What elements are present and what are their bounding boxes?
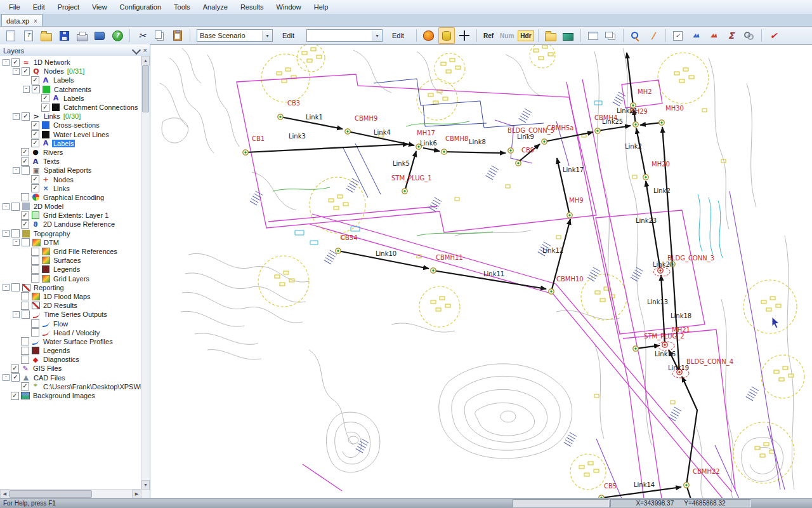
layer-checkbox[interactable]: ✓ [41, 104, 49, 112]
ref-button[interactable]: Ref [481, 30, 496, 41]
layer-checkbox[interactable]: ✓ [21, 157, 29, 166]
layer-checkbox[interactable]: ✓ [31, 139, 39, 147]
tab-data-xp[interactable]: data.xp × [1, 14, 43, 26]
layer-row-diagnostics-33[interactable]: ◆Diagnostics [0, 355, 141, 364]
layer-checkbox[interactable] [22, 311, 30, 319]
layer-row-dtm-20[interactable]: -DTM [0, 238, 141, 247]
menu-item-project[interactable]: Project [51, 1, 86, 13]
layer-row-graphical-encoding-15[interactable]: Graphical Encoding [0, 193, 141, 202]
layer-checkbox[interactable] [31, 328, 39, 337]
layer-row-links-14[interactable]: ✓×Links [0, 184, 141, 193]
layer-checkbox[interactable] [31, 319, 39, 328]
import-files-button[interactable] [542, 27, 559, 44]
layer-checkbox[interactable] [11, 229, 20, 237]
new-document-button[interactable] [3, 27, 19, 44]
expander-icon[interactable]: - [13, 239, 20, 246]
layer-row-2d-model-16[interactable]: -2D Model [0, 202, 141, 211]
layer-row-labels-4[interactable]: ✓ALabels [0, 94, 141, 103]
layer-row-links-6[interactable]: -✓>Links[0/30] [0, 112, 141, 121]
layer-checkbox[interactable]: ✓ [21, 220, 29, 229]
scroll-left-icon[interactable]: ◀ [0, 490, 10, 498]
layer-row-background-images-37[interactable]: ✓Background Images [0, 391, 141, 400]
horizontal-scrollbar[interactable]: ◀ ▶ [0, 489, 141, 498]
expander-icon[interactable]: - [13, 311, 20, 318]
layer-row-labels-9[interactable]: ✓ALabels [0, 139, 141, 148]
chevron-down-icon[interactable]: ▾ [372, 30, 382, 41]
map-link[interactable] [640, 123, 662, 125]
layer-row-reporting-25[interactable]: -Reporting [0, 283, 141, 292]
num-button[interactable]: Num [497, 30, 516, 41]
layer-checkbox[interactable] [22, 238, 30, 246]
layer-checkbox[interactable]: ✓ [21, 148, 29, 156]
layer-row-cad-files-35[interactable]: -✓▲CAD Files [0, 373, 141, 382]
print-preview-button[interactable] [91, 27, 108, 44]
scroll-up-icon[interactable]: ▲ [141, 56, 150, 65]
cascade-button[interactable] [603, 27, 619, 44]
layer-checkbox[interactable] [31, 265, 39, 274]
layer-checkbox[interactable]: ✓ [41, 94, 49, 102]
menu-item-window[interactable]: Window [270, 1, 308, 13]
solve-button[interactable] [741, 27, 757, 44]
mode-combo[interactable]: ▾ [306, 29, 383, 42]
help-button[interactable]: ? [109, 27, 126, 44]
pan-button[interactable] [456, 27, 473, 44]
menu-item-view[interactable]: View [86, 1, 114, 13]
scenario-combo[interactable]: Base Scenario▾ [197, 29, 273, 42]
expander-icon[interactable]: - [13, 167, 20, 174]
expander-icon[interactable]: - [3, 374, 10, 381]
panel-close-icon[interactable]: × [143, 47, 147, 54]
layer-row-1d-network-0[interactable]: -✓≈1D Network [0, 58, 141, 67]
review-button[interactable]: ✔ [766, 27, 782, 44]
layer-checkbox[interactable]: ✓ [21, 211, 29, 220]
layer-checkbox[interactable] [31, 257, 39, 265]
layer-row-water-level-lines-8[interactable]: ✓Water Level Lines [0, 130, 141, 139]
layer-checkbox[interactable]: ✓ [11, 58, 20, 67]
node-tool-button[interactable] [627, 27, 644, 44]
layer-checkbox[interactable] [21, 337, 29, 345]
layer-checkbox[interactable]: ✓ [11, 373, 20, 382]
layer-row-time-series-outputs-28[interactable]: -Time Series Outputs [0, 310, 141, 319]
edit-attributes-button[interactable]: ✓ [670, 27, 686, 44]
layer-checkbox[interactable] [21, 347, 29, 355]
new-window-button[interactable] [585, 27, 601, 44]
layer-row-spatial-reports-12[interactable]: -▣Spatial Reports [0, 166, 141, 175]
layer-row-1d-flood-maps-26[interactable]: 1D Flood Maps [0, 292, 141, 301]
menu-item-help[interactable]: Help [308, 1, 335, 13]
layer-row-2d-results-27[interactable]: 2D Results [0, 301, 141, 310]
layer-checkbox[interactable] [22, 166, 30, 175]
pin-icon[interactable] [131, 45, 140, 54]
menu-item-results[interactable]: Results [234, 1, 270, 13]
layer-row-nodes-1[interactable]: -✓QNodes[0/31] [0, 67, 141, 76]
layer-row-2d-landuse-reference-18[interactable]: ✓ϑ2D Landuse Reference [0, 220, 141, 229]
layer-checkbox[interactable] [31, 274, 39, 283]
layer-row-rivers-10[interactable]: ✓●Rivers [0, 148, 141, 157]
layer-row-grid-extents-layer-1-17[interactable]: ✓Grid Extents: Layer 1 [0, 211, 141, 220]
layer-checkbox[interactable]: ✓ [31, 130, 39, 138]
expander-icon[interactable]: - [3, 230, 10, 237]
map-link[interactable] [662, 127, 672, 264]
horizontal-scroll-thumb[interactable] [10, 490, 92, 498]
layer-row-topography-19[interactable]: -Topography [0, 229, 141, 238]
layer-row-legends-23[interactable]: Legends [0, 265, 141, 274]
map-link[interactable] [444, 152, 506, 153]
expander-icon[interactable]: - [13, 113, 20, 120]
database-button[interactable] [438, 27, 455, 44]
layer-row-grid-file-references-21[interactable]: Grid File References [0, 247, 141, 256]
vertical-scroll-thumb[interactable] [142, 65, 149, 112]
hdr-button[interactable]: Hdr [518, 30, 534, 41]
layer-row-water-surface-profiles-31[interactable]: Water Surface Profiles [0, 337, 141, 346]
layer-checkbox[interactable]: ✓ [21, 382, 29, 391]
layer-checkbox[interactable] [21, 302, 29, 310]
layer-row-labels-2[interactable]: ✓ALabels [0, 76, 141, 84]
map-link[interactable] [646, 181, 660, 271]
save-button[interactable] [56, 27, 72, 44]
map-link[interactable] [636, 128, 646, 177]
scenario-combo-edit-button[interactable]: Edit [276, 30, 301, 41]
menu-item-file[interactable]: File [3, 1, 27, 13]
paste-button[interactable] [169, 27, 186, 44]
layer-row-flow-29[interactable]: Flow [0, 319, 141, 328]
menu-item-configuration[interactable]: Configuration [114, 1, 167, 13]
menu-item-tools[interactable]: Tools [167, 1, 197, 13]
layer-checkbox[interactable] [11, 203, 20, 211]
expander-icon[interactable]: - [23, 86, 30, 93]
